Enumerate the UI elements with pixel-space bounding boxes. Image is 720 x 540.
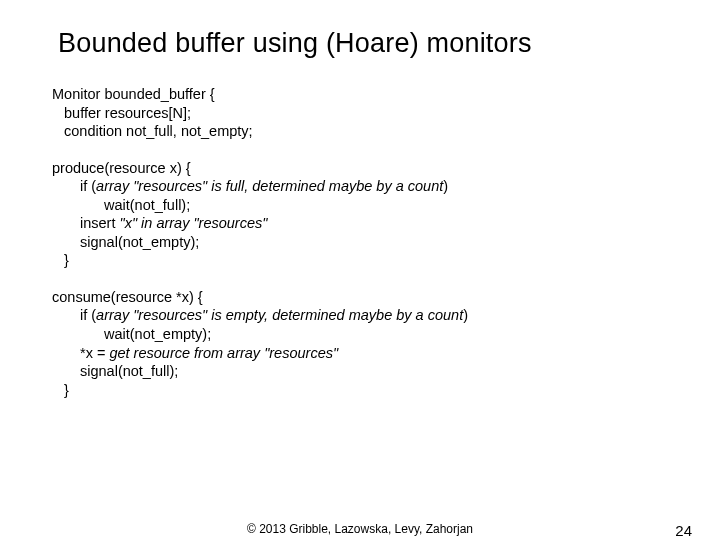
text: if ( [80,178,96,194]
blank-line [52,141,668,159]
slide-title: Bounded buffer using (Hoare) monitors [58,28,668,59]
code-line: buffer resources[N]; [52,104,668,123]
code-line: if (array "resources" is full, determine… [52,177,668,196]
code-line: wait(not_full); [52,196,668,215]
code-line: signal(not_full); [52,362,668,381]
code-line: *x = get resource from array "resources" [52,344,668,363]
text: if ( [80,307,96,323]
code-block: Monitor bounded_buffer { buffer resource… [52,85,668,399]
italic-text: get resource from array "resources" [109,345,338,361]
code-line: wait(not_empty); [52,325,668,344]
text: *x = [80,345,109,361]
slide: Bounded buffer using (Hoare) monitors Mo… [0,0,720,540]
text: ) [463,307,468,323]
italic-text: array "resources" is empty, determined m… [96,307,463,323]
text: insert [80,215,115,231]
italic-text: "x" in array "resources" [115,215,267,231]
code-line: Monitor bounded_buffer { [52,85,668,104]
copyright-text: © 2013 Gribble, Lazowska, Levy, Zahorjan [247,522,473,536]
text: ) [443,178,448,194]
code-line: } [52,251,668,270]
italic-text: array "resources" is full, determined ma… [96,178,443,194]
code-line: } [52,381,668,400]
code-line: produce(resource x) { [52,159,668,178]
page-number: 24 [675,522,692,539]
code-line: insert "x" in array "resources" [52,214,668,233]
code-line: if (array "resources" is empty, determin… [52,306,668,325]
code-line: consume(resource *x) { [52,288,668,307]
code-line: signal(not_empty); [52,233,668,252]
code-line: condition not_full, not_empty; [52,122,668,141]
blank-line [52,270,668,288]
